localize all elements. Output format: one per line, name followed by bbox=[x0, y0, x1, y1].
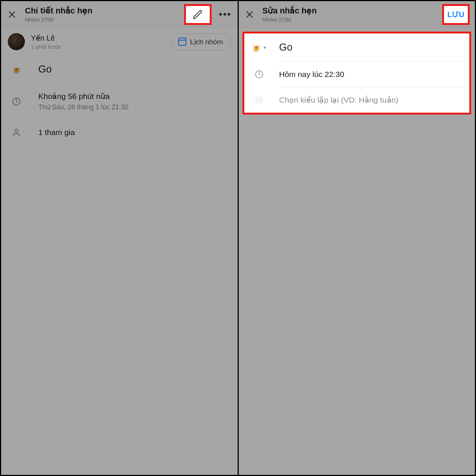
save-label: LƯU bbox=[447, 10, 464, 19]
clock-icon bbox=[251, 70, 267, 79]
beer-icon: 🍺 bbox=[12, 65, 22, 74]
person-icon bbox=[8, 128, 25, 137]
author-row: Yến Lê 1 phút trước Lịch nhóm bbox=[1, 28, 238, 55]
author-name: Yến Lê bbox=[31, 33, 61, 42]
calendar-chip-label: Lịch nhóm bbox=[190, 38, 223, 46]
participants-text: 1 tham gia bbox=[38, 128, 231, 137]
time-absolute: Thứ Sáu, 26 tháng 1 lúc 21:30 bbox=[38, 103, 231, 111]
participants-row[interactable]: 1 tham gia bbox=[1, 120, 238, 145]
chevron-down-icon: ▼ bbox=[263, 45, 267, 50]
page-title: Sửa nhắc hẹn bbox=[263, 6, 436, 16]
avatar[interactable] bbox=[8, 33, 25, 50]
edit-panel: Sửa nhắc hẹn Nhóm 2700 LƯU 🍺 ▼ Go Hôm na… bbox=[239, 1, 475, 475]
pencil-icon bbox=[192, 9, 203, 20]
edit-title-input[interactable]: Go bbox=[279, 42, 463, 53]
edit-repeat-row[interactable]: Chọn kiểu lặp lại (VD: Hằng tuần) bbox=[247, 87, 467, 113]
calendar-icon bbox=[178, 38, 186, 46]
divider bbox=[38, 145, 238, 145]
page-subtitle: Nhóm 2700 bbox=[25, 16, 177, 23]
edit-time-row[interactable]: Hôm nay lúc 22:30 bbox=[247, 62, 467, 87]
svg-rect-3 bbox=[256, 97, 262, 100]
repeat-icon bbox=[251, 95, 267, 105]
header-right: Sửa nhắc hẹn Nhóm 2700 LƯU bbox=[239, 1, 475, 28]
beer-icon: 🍺 bbox=[251, 43, 261, 52]
detail-panel: Chi tiết nhắc hẹn Nhóm 2700 ••• Yến Lê 1… bbox=[1, 1, 238, 475]
svg-point-1 bbox=[15, 129, 18, 132]
author-time: 1 phút trước bbox=[31, 44, 61, 50]
page-subtitle: Nhóm 2700 bbox=[263, 16, 436, 23]
clock-icon bbox=[8, 97, 25, 106]
time-relative: Khoảng 56 phút nữa bbox=[38, 92, 231, 101]
event-time-row: Khoảng 56 phút nữa Thứ Sáu, 26 tháng 1 l… bbox=[1, 84, 238, 119]
edit-form-card: 🍺 ▼ Go Hôm nay lúc 22:30 Chọn kiểu lặp l… bbox=[242, 32, 472, 115]
repeat-placeholder: Chọn kiểu lặp lại (VD: Hằng tuần) bbox=[279, 96, 463, 104]
header-left: Chi tiết nhắc hẹn Nhóm 2700 ••• bbox=[1, 1, 238, 28]
close-icon[interactable] bbox=[245, 10, 256, 19]
edit-time-value: Hôm nay lúc 22:30 bbox=[279, 70, 463, 79]
group-calendar-button[interactable]: Lịch nhóm bbox=[170, 33, 231, 50]
save-button[interactable]: LƯU bbox=[442, 4, 470, 25]
svg-rect-4 bbox=[256, 100, 262, 103]
more-icon[interactable]: ••• bbox=[218, 9, 232, 20]
event-title: Go bbox=[38, 64, 231, 75]
close-icon[interactable] bbox=[8, 10, 18, 19]
page-title: Chi tiết nhắc hẹn bbox=[25, 6, 177, 16]
edit-button[interactable] bbox=[184, 4, 212, 25]
event-title-row: 🍺 Go bbox=[1, 55, 238, 83]
edit-title-row[interactable]: 🍺 ▼ Go bbox=[247, 33, 467, 61]
